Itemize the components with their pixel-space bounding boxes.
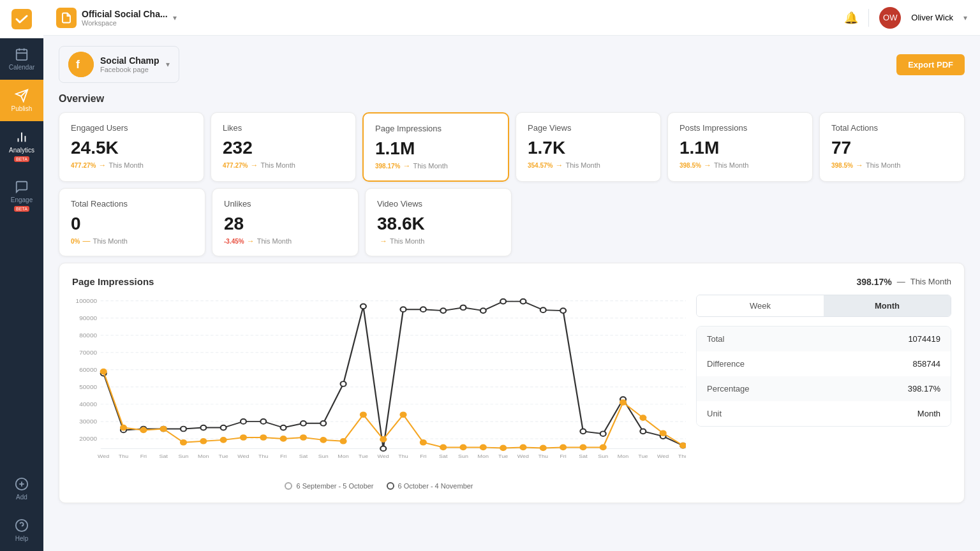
arrow-icon: — [82,237,90,246]
topbar-left: Official Social Cha... Workspace ▾ [56,8,177,28]
overview-title: Overview [59,93,965,105]
svg-text:Wed: Wed [378,453,390,459]
svg-text:Wed: Wed [98,453,110,459]
toggle-week-button[interactable]: Week [697,295,824,316]
fb-account-selector[interactable]: f Social Champ Facebook page ▾ [59,46,179,83]
card-pct: 398.5% [679,162,701,169]
svg-text:Sat: Sat [579,453,588,459]
svg-text:Sat: Sat [159,453,168,459]
card-posts-impressions[interactable]: Posts Impressions 1.1M 398.5% → This Mon… [667,112,813,182]
card-total-reactions[interactable]: Total Reactions 0 0% — This Month [59,188,205,256]
svg-point-44 [260,419,266,424]
arrow-icon: → [856,161,863,170]
card-meta: 398.5% → This Month [679,161,801,170]
svg-text:Thu: Thu [398,453,408,459]
card-meta: 398.5% → This Month [831,161,953,170]
card-month: This Month [93,237,127,245]
svg-point-75 [281,436,286,441]
card-page-views[interactable]: Page Views 1.7K 354.57% → This Month [516,112,661,182]
sidebar-item-add[interactable]: Add [0,468,43,510]
card-meta: 398.17% → This Month [375,161,496,170]
svg-text:Sun: Sun [179,453,189,459]
svg-text:Fri: Fri [140,453,147,459]
card-total-actions[interactable]: Total Actions 77 398.5% → This Month [819,112,965,182]
workspace-dropdown-icon[interactable]: ▾ [173,13,177,22]
svg-text:50000: 50000 [79,383,97,390]
topbar-logo [56,8,77,28]
card-value: 24.5K [71,138,192,158]
topbar-divider [868,9,869,27]
card-month: This Month [260,161,295,169]
export-pdf-button[interactable]: Export PDF [896,54,965,75]
svg-point-82 [420,440,426,445]
svg-point-78 [341,439,346,444]
card-pct: 477.27% [71,162,96,169]
svg-point-94 [660,430,666,436]
notification-bell-icon[interactable]: 🔔 [844,11,858,25]
card-label: Likes [223,123,344,133]
svg-point-72 [221,437,226,443]
svg-text:100000: 100000 [76,297,98,304]
account-chevron-icon: ▾ [166,60,170,69]
chart-stats-sidebar: Week Month Total 1074419 Difference 8587… [696,295,951,490]
svg-point-59 [560,308,566,313]
card-month: This Month [390,237,424,245]
svg-point-61 [600,431,606,436]
svg-text:Thu: Thu [538,453,549,459]
sidebar-item-calendar[interactable]: Calendar [0,38,43,80]
user-dropdown-icon[interactable]: ▾ [963,13,967,22]
svg-point-52 [420,307,426,312]
card-page-impressions[interactable]: Page Impressions 1.1M 398.17% → This Mon… [362,112,509,182]
svg-text:Tue: Tue [498,453,508,459]
sidebar-item-label: Calendar [9,64,35,71]
card-meta: 477.27% → This Month [71,161,192,170]
card-video-views[interactable]: Video Views 38.6K → This Month [365,188,512,256]
svg-text:Sun: Sun [458,453,468,459]
svg-point-49 [360,304,366,309]
sidebar-item-analytics[interactable]: Analytics BETA [0,121,43,171]
sidebar-item-publish[interactable]: Publish [0,80,43,121]
svg-point-60 [580,429,586,434]
card-month: This Month [108,161,143,169]
sidebar: Calendar Publish Analytics BETA Engage B… [0,0,43,551]
cards-row-1: Engaged Users 24.5K 477.27% → This Month… [59,112,965,182]
card-unlikes[interactable]: Unlikes 28 -3.45% → This Month [212,188,359,256]
chart-section: Page Impressions 398.17% — This Month [59,263,965,503]
card-value: 77 [831,138,953,158]
chart-header: Page Impressions 398.17% — This Month [72,276,951,287]
svg-point-41 [200,425,206,430]
chart-legend: 6 September - 5 October 6 October - 4 No… [72,482,686,490]
svg-text:Wed: Wed [517,453,530,459]
svg-text:Wed: Wed [657,453,669,459]
sidebar-item-engage[interactable]: Engage BETA [0,171,43,221]
card-pct: 477.27% [223,162,248,169]
stats-key: Total [707,334,724,344]
chart-month-label: This Month [910,277,951,286]
card-value: 1.1M [679,138,801,158]
card-label: Posts Impressions [679,123,801,133]
svg-point-57 [520,299,526,304]
toggle-month-button[interactable]: Month [824,295,951,316]
legend-label-1: 6 September - 5 October [296,482,373,490]
card-likes[interactable]: Likes 232 477.27% → This Month [211,112,356,182]
svg-point-84 [461,445,466,450]
sidebar-item-help[interactable]: Help [0,510,43,551]
svg-point-46 [301,421,306,426]
topbar-right: 🔔 OW Oliver Wick ▾ [844,7,967,29]
arrow-icon: → [380,237,387,246]
svg-point-79 [360,412,366,417]
svg-point-81 [401,412,406,417]
sidebar-logo [0,0,43,38]
fb-account-info: Social Champ Facebook page [100,55,160,73]
svg-point-90 [580,445,586,450]
sidebar-item-label: Engage [11,196,33,203]
card-month: This Month [257,237,292,245]
svg-point-66 [101,369,107,374]
svg-point-85 [480,445,486,450]
svg-point-93 [640,415,646,420]
legend-item-2: 6 October - 4 November [387,482,473,490]
svg-text:70000: 70000 [79,349,97,355]
chart-svg: 100000 90000 80000 70000 60000 50000 400… [72,295,686,473]
svg-text:Mon: Mon [198,453,209,459]
card-engaged-users[interactable]: Engaged Users 24.5K 477.27% → This Month [59,112,204,182]
